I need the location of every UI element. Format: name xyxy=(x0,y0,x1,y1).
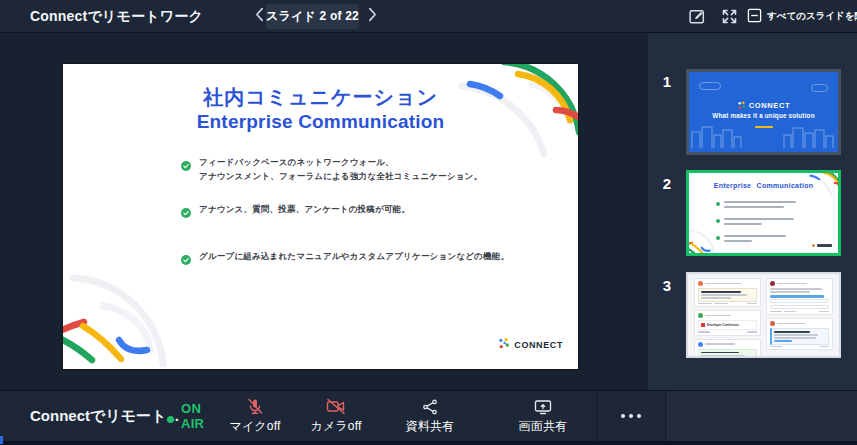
ellipsis-icon xyxy=(621,414,625,418)
slide-bullet: フィードバックベースのネットワークウォール、 アナウンスメント、フォーラムによる… xyxy=(181,156,541,183)
slide-counter: スライド 2 of 22 xyxy=(266,4,359,29)
expand-arrows-icon xyxy=(720,14,739,29)
thumbnail-number: 3 xyxy=(656,277,678,294)
bottom-border-strip xyxy=(0,441,857,445)
slide-stage: 社内コミュニケーション Enterprise Communication フィー… xyxy=(0,33,648,390)
thumbnail-bullet xyxy=(716,201,796,211)
share-docs-label: 資料共有 xyxy=(406,419,455,433)
slide-bullet: アナウンス、質問、投票、アンケートの投稿が可能。 xyxy=(181,203,541,217)
progress-accent xyxy=(0,436,3,444)
hide-all-slides-label: すべてのスライドを隠す xyxy=(767,10,857,23)
current-slide: 社内コミュニケーション Enterprise Communication フィー… xyxy=(63,64,578,369)
thumbnail-number: 1 xyxy=(656,73,678,90)
thumbnail-bullet xyxy=(716,235,786,245)
slide-thumbnails-panel: 1 CONNECT What makes it a unique solutio… xyxy=(648,33,857,390)
check-dot-icon xyxy=(716,219,720,223)
check-circle-icon xyxy=(181,157,191,167)
connect-logo-text: CONNECT xyxy=(514,340,563,350)
ellipsis-icon xyxy=(629,414,633,418)
cloud-decoration xyxy=(811,84,828,92)
bullet-text: グループに組み込まれたマニュアルやカスタムアプリケーションなどの機能。 xyxy=(199,250,509,264)
mic-off-button[interactable]: マイクoff xyxy=(220,397,290,435)
share-screen-button[interactable]: 画面共有 xyxy=(508,397,578,435)
check-dot-icon xyxy=(716,236,720,240)
slide-bullet: グループに組み込まれたマニュアルやカスタムアプリケーションなどの機能。 xyxy=(181,250,541,264)
connect-logo xyxy=(812,244,832,247)
bullet-text: アナウンス、質問、投票、アンケートの投稿が可能。 xyxy=(199,203,410,217)
on-air-indicator: ON AIR xyxy=(167,401,204,431)
check-circle-icon xyxy=(181,204,191,214)
connect-logo: CONNECT xyxy=(497,336,563,354)
feed-card-title: Developer Conference xyxy=(707,323,739,327)
on-air-line1: ON xyxy=(181,401,204,416)
mic-off-icon xyxy=(220,397,290,416)
thumbnail-bullet xyxy=(716,218,794,228)
more-options-button[interactable] xyxy=(596,391,666,441)
edit-button[interactable] xyxy=(688,7,707,26)
skyline-decoration xyxy=(689,123,838,152)
ellipsis-icon xyxy=(637,414,641,418)
slide-thumbnail-2-selected[interactable]: Enterprise Communication xyxy=(686,170,841,256)
share-docs-button[interactable]: 資料共有 xyxy=(395,397,465,435)
presentation-title: Connectでリモートワーク xyxy=(30,8,203,26)
on-air-line2: AIR xyxy=(181,416,204,431)
thumbnail-subtitle: What makes it a unique solution xyxy=(689,112,838,119)
chevron-left-icon xyxy=(255,7,264,25)
edit-note-icon xyxy=(688,14,707,29)
slide-title-japanese: 社内コミュニケーション xyxy=(63,85,578,110)
chevron-right-icon xyxy=(368,7,377,25)
previous-slide-button[interactable] xyxy=(251,7,267,25)
camera-off-button[interactable]: カメラoff xyxy=(301,397,371,435)
next-slide-button[interactable] xyxy=(364,7,380,25)
connect-logo-icon xyxy=(497,336,510,354)
meeting-control-bar: Connectでリモート... ON AIR マイクoff xyxy=(0,390,857,441)
slide-corner-arcs-decoration xyxy=(63,270,193,369)
connect-logo-text: CONNECT xyxy=(749,101,790,110)
bullet-text: フィードバックベースのネットワークウォール、 アナウンスメント、フォーラムによる… xyxy=(199,156,482,183)
cloud-decoration xyxy=(699,82,721,90)
on-air-dot-icon xyxy=(167,416,174,423)
fullscreen-button[interactable] xyxy=(720,7,739,26)
camera-off-label: カメラoff xyxy=(310,419,361,433)
camera-off-icon xyxy=(301,397,371,416)
slide-title: 社内コミュニケーション Enterprise Communication xyxy=(63,85,578,133)
slide-thumbnail-3[interactable]: Developer Conference xyxy=(686,272,841,358)
screen-share-icon xyxy=(508,397,578,416)
control-bar-right-panel xyxy=(667,391,857,441)
thumbnail-number: 2 xyxy=(656,175,678,192)
top-bar: Connectでリモートワーク スライド 2 of 22 xyxy=(0,0,857,33)
mic-off-label: マイクoff xyxy=(229,419,280,433)
slide-thumbnail-1[interactable]: CONNECT What makes it a unique solution xyxy=(686,69,841,155)
hide-all-slides-button[interactable]: すべてのスライドを隠す xyxy=(747,6,857,27)
presentation-app-window: Connectでリモートワーク スライド 2 of 22 xyxy=(0,0,857,445)
minus-square-icon xyxy=(747,8,762,26)
check-circle-icon xyxy=(181,251,191,261)
thumbnail-title: Enterprise Communication xyxy=(689,182,838,189)
check-dot-icon xyxy=(716,202,720,206)
slide-title-english: Enterprise Communication xyxy=(63,110,578,133)
share-nodes-icon xyxy=(395,397,465,416)
feed-screenshot: Developer Conference xyxy=(688,274,839,356)
session-title: Connectでリモート... xyxy=(30,407,179,426)
share-screen-label: 画面共有 xyxy=(519,419,568,433)
